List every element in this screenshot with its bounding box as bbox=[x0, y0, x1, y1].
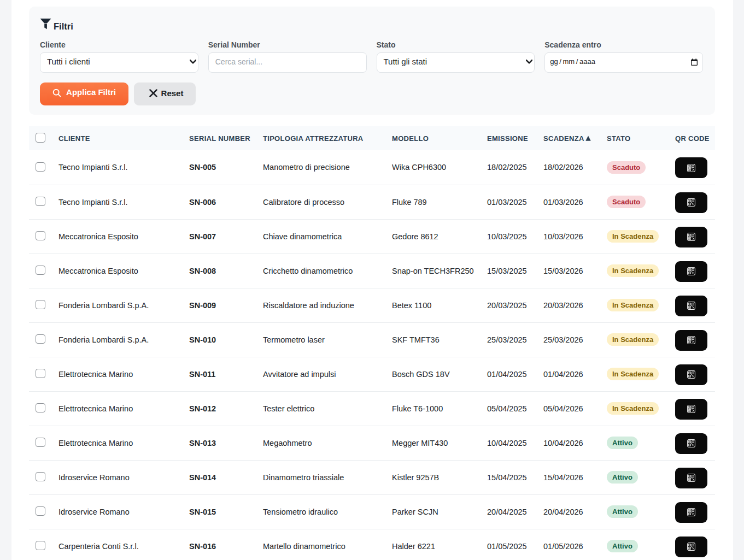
cell-select bbox=[29, 150, 51, 185]
cell-emissione: 10/03/2025 bbox=[480, 219, 536, 254]
cell-stato: In Scadenza bbox=[600, 391, 668, 426]
search-icon bbox=[52, 89, 61, 97]
cell-qr bbox=[668, 185, 715, 219]
cell-tipologia: Megaohmetro bbox=[256, 426, 385, 460]
cell-scadenza: 20/04/2026 bbox=[536, 494, 600, 529]
qr-code-button[interactable] bbox=[675, 296, 707, 316]
cell-serial: SN-014 bbox=[182, 460, 256, 494]
cell-select bbox=[29, 357, 51, 391]
cell-select bbox=[29, 322, 51, 357]
cell-emissione: 01/04/2025 bbox=[480, 357, 536, 391]
row-checkbox[interactable] bbox=[36, 369, 45, 379]
serial-label: Serial Number bbox=[208, 41, 367, 49]
cell-cliente: Idroservice Romano bbox=[51, 494, 182, 529]
qr-code-button[interactable] bbox=[675, 364, 707, 385]
cell-select bbox=[29, 460, 51, 494]
row-checkbox[interactable] bbox=[36, 506, 45, 516]
qr-code-button[interactable] bbox=[675, 192, 707, 213]
col-tipologia[interactable]: TIPOLOGIA ATTREZZATURA bbox=[256, 126, 385, 150]
chevron-down-icon bbox=[190, 60, 196, 64]
cell-modello: Halder 6221 bbox=[385, 529, 480, 560]
cell-emissione: 18/02/2025 bbox=[480, 150, 536, 185]
date-placeholder: gg / mm / aaaa bbox=[550, 57, 595, 66]
apply-filters-label: Applica Filtri bbox=[66, 87, 116, 97]
col-serial[interactable]: SERIAL NUMBER bbox=[182, 126, 256, 150]
qr-code-button[interactable] bbox=[675, 157, 707, 178]
col-emissione[interactable]: EMISSIONE bbox=[480, 126, 536, 150]
row-checkbox[interactable] bbox=[36, 541, 45, 551]
col-scadenza[interactable]: SCADENZA bbox=[536, 126, 600, 150]
status-badge: Attivo bbox=[607, 437, 638, 449]
cell-select bbox=[29, 426, 51, 460]
row-checkbox[interactable] bbox=[36, 438, 45, 447]
cell-serial: SN-009 bbox=[182, 288, 256, 322]
cliente-select[interactable]: Tutti i clienti bbox=[40, 52, 198, 73]
cell-emissione: 20/04/2025 bbox=[480, 494, 536, 529]
row-checkbox[interactable] bbox=[36, 197, 45, 207]
qr-code-button[interactable] bbox=[675, 502, 707, 523]
table-row: Tecno Impianti S.r.l.SN-006Calibratore d… bbox=[29, 185, 715, 219]
cell-tipologia: Manometro di precisione bbox=[256, 150, 385, 185]
cliente-select-value: Tutti i clienti bbox=[47, 57, 90, 66]
filter-title: Filtri bbox=[40, 18, 703, 31]
cell-tipologia: Tester elettrico bbox=[256, 391, 385, 426]
status-badge: Attivo bbox=[607, 471, 638, 484]
qr-code-button[interactable] bbox=[675, 468, 707, 488]
qr-code-button[interactable] bbox=[675, 227, 707, 247]
qr-code-button[interactable] bbox=[675, 330, 707, 351]
col-stato[interactable]: STATO bbox=[600, 126, 668, 150]
cell-stato: Attivo bbox=[600, 529, 668, 560]
serial-input-placeholder: Cerca serial... bbox=[215, 57, 262, 66]
col-qr: QR CODE bbox=[668, 126, 715, 150]
cell-scadenza: 15/03/2026 bbox=[536, 254, 600, 288]
row-checkbox[interactable] bbox=[36, 300, 45, 310]
row-checkbox[interactable] bbox=[36, 472, 45, 482]
row-checkbox[interactable] bbox=[36, 334, 45, 344]
cell-modello: Fluke T6-1000 bbox=[385, 391, 480, 426]
table-row: Idroservice RomanoSN-014Dinamometro tria… bbox=[29, 460, 715, 494]
equipment-table-wrap: CLIENTE SERIAL NUMBER TIPOLOGIA ATTREZZA… bbox=[29, 126, 715, 560]
cell-select bbox=[29, 185, 51, 219]
stato-select[interactable]: Tutti gli stati bbox=[377, 52, 535, 73]
row-checkbox[interactable] bbox=[36, 162, 45, 172]
cell-scadenza: 10/04/2026 bbox=[536, 426, 600, 460]
status-badge: Attivo bbox=[607, 540, 638, 552]
cell-scadenza: 10/03/2026 bbox=[536, 219, 600, 254]
scadenza-date-input[interactable]: gg / mm / aaaa bbox=[544, 52, 703, 73]
cell-stato: Scaduto bbox=[600, 185, 668, 219]
cell-emissione: 01/03/2025 bbox=[480, 185, 536, 219]
field-cliente: Cliente Tutti i clienti bbox=[40, 41, 198, 73]
status-badge: In Scadenza bbox=[607, 402, 659, 415]
cell-modello: Megger MIT430 bbox=[385, 426, 480, 460]
cell-modello: Betex 1100 bbox=[385, 288, 480, 322]
status-badge: In Scadenza bbox=[607, 299, 659, 311]
cell-scadenza: 01/05/2026 bbox=[536, 529, 600, 560]
cell-modello: Fluke 789 bbox=[385, 185, 480, 219]
cell-select bbox=[29, 288, 51, 322]
status-badge: In Scadenza bbox=[607, 333, 659, 346]
qr-code-button[interactable] bbox=[675, 433, 707, 454]
col-cliente[interactable]: CLIENTE bbox=[51, 126, 182, 150]
cell-stato: In Scadenza bbox=[600, 254, 668, 288]
cliente-label: Cliente bbox=[40, 41, 198, 49]
qr-code-button[interactable] bbox=[675, 537, 707, 557]
reset-button[interactable]: Reset bbox=[134, 82, 196, 105]
calendar-icon[interactable] bbox=[691, 58, 698, 66]
row-checkbox[interactable] bbox=[36, 403, 45, 413]
cell-stato: In Scadenza bbox=[600, 322, 668, 357]
cell-serial: SN-006 bbox=[182, 185, 256, 219]
qr-code-button[interactable] bbox=[675, 399, 707, 420]
apply-filters-button[interactable]: Applica Filtri bbox=[40, 82, 128, 105]
cell-qr bbox=[668, 322, 715, 357]
cell-select bbox=[29, 219, 51, 254]
qr-code-button[interactable] bbox=[675, 261, 707, 282]
row-checkbox[interactable] bbox=[36, 266, 45, 275]
cell-scadenza: 18/02/2026 bbox=[536, 150, 600, 185]
select-all-checkbox[interactable] bbox=[36, 133, 45, 143]
row-checkbox[interactable] bbox=[36, 231, 45, 241]
cell-qr bbox=[668, 219, 715, 254]
col-modello[interactable]: MODELLO bbox=[385, 126, 480, 150]
serial-input[interactable]: Cerca serial... bbox=[208, 52, 367, 73]
status-badge: Scaduto bbox=[607, 196, 646, 208]
cell-qr bbox=[668, 254, 715, 288]
